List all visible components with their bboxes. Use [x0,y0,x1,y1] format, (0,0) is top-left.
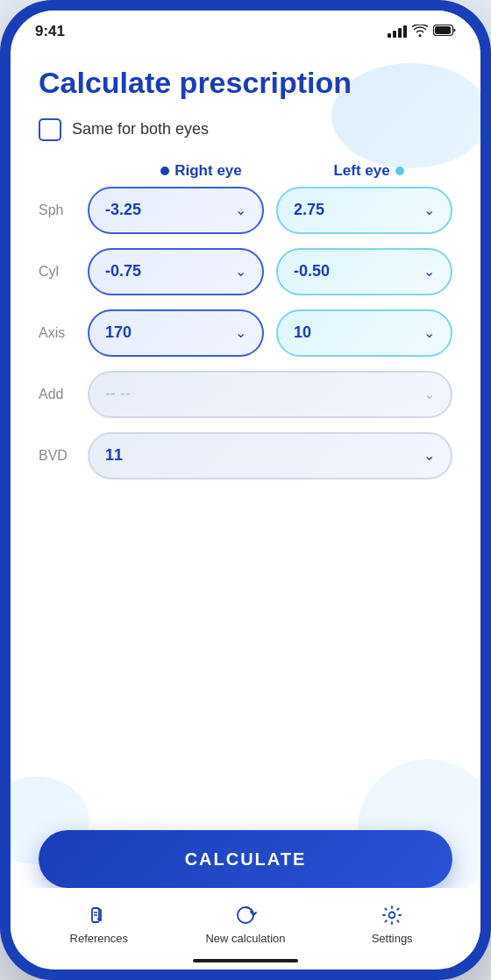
sph-right-value: -3.25 [105,201,141,219]
status-time: 9:41 [35,23,65,40]
cyl-left-chevron: ⌄ [423,263,435,280]
references-icon [86,902,112,928]
status-bar: 9:41 [11,11,480,47]
add-chevron: ⌄ [423,386,435,402]
sph-row: Sph -3.25 ⌄ 2.75 ⌄ [39,187,452,234]
battery-icon [433,25,456,39]
page-title: Calculate prescription [39,65,452,101]
nav-new-calculation[interactable]: New calculation [205,902,285,945]
phone-screen: 9:41 [11,11,480,969]
sph-left-value: 2.75 [294,201,324,219]
sph-dropdowns: -3.25 ⌄ 2.75 ⌄ [88,187,452,234]
bottom-spacer [11,962,480,969]
add-row: Add -- -- ⌄ [39,371,452,418]
calculate-button[interactable]: CALCULATE [39,830,452,888]
settings-icon [379,902,405,928]
add-value: -- -- [105,385,131,403]
signal-icon [388,25,407,38]
right-eye-label: Right eye [174,162,242,180]
add-label: Add [39,387,88,402]
cyl-dropdowns: -0.75 ⌄ -0.50 ⌄ [88,248,452,295]
right-eye-dot [160,167,169,175]
sph-label: Sph [39,202,88,218]
left-eye-header: Left eye [285,162,452,180]
axis-left-dropdown[interactable]: 10 ⌄ [276,309,452,357]
axis-right-chevron: ⌄ [235,324,246,341]
main-content: Calculate prescription Same for both eye… [11,47,480,813]
cyl-right-chevron: ⌄ [235,263,246,280]
svg-rect-1 [435,26,451,34]
nav-settings[interactable]: Settings [357,902,427,945]
bottom-nav: References New calculation [11,888,480,952]
axis-dropdowns: 170 ⌄ 10 ⌄ [88,309,452,357]
axis-row: Axis 170 ⌄ 10 ⌄ [39,309,452,357]
left-eye-dot [395,167,404,175]
references-label: References [70,932,128,945]
axis-left-value: 10 [294,323,311,342]
sph-right-dropdown[interactable]: -3.25 ⌄ [88,187,264,234]
left-eye-label: Left eye [333,162,389,180]
sph-right-chevron: ⌄ [235,202,246,218]
axis-left-chevron: ⌄ [423,324,435,341]
bvd-chevron: ⌄ [423,447,435,464]
bvd-value: 11 [105,446,123,465]
settings-label: Settings [372,932,413,945]
cyl-left-dropdown[interactable]: -0.50 ⌄ [276,248,452,295]
add-dropdown[interactable]: -- -- ⌄ [88,371,452,418]
sph-left-dropdown[interactable]: 2.75 ⌄ [276,187,452,234]
axis-right-value: 170 [105,323,132,342]
cyl-label: Cyl [39,264,88,280]
phone-frame: 9:41 [0,0,491,980]
svg-point-5 [389,913,395,919]
cyl-right-dropdown[interactable]: -0.75 ⌄ [88,248,264,295]
cyl-row: Cyl -0.75 ⌄ -0.50 ⌄ [39,248,452,295]
cyl-right-value: -0.75 [105,262,141,281]
right-eye-header: Right eye [117,162,285,180]
bvd-dropdown[interactable]: 11 ⌄ [88,432,452,479]
status-icons [388,25,456,39]
new-calculation-label: New calculation [205,932,285,945]
wifi-icon [412,25,428,39]
nav-references[interactable]: References [64,902,134,945]
bvd-row: BVD 11 ⌄ [39,432,452,479]
new-calculation-icon [232,902,259,928]
bvd-label: BVD [39,448,88,464]
eye-headers: Right eye Left eye [39,162,452,180]
same-for-both-eyes-row[interactable]: Same for both eyes [39,118,452,141]
sph-left-chevron: ⌄ [423,202,435,218]
same-for-both-eyes-label: Same for both eyes [72,120,209,138]
cyl-left-value: -0.50 [294,262,330,281]
same-for-both-eyes-checkbox[interactable] [39,118,61,141]
axis-right-dropdown[interactable]: 170 ⌄ [88,309,264,357]
axis-label: Axis [39,325,88,341]
